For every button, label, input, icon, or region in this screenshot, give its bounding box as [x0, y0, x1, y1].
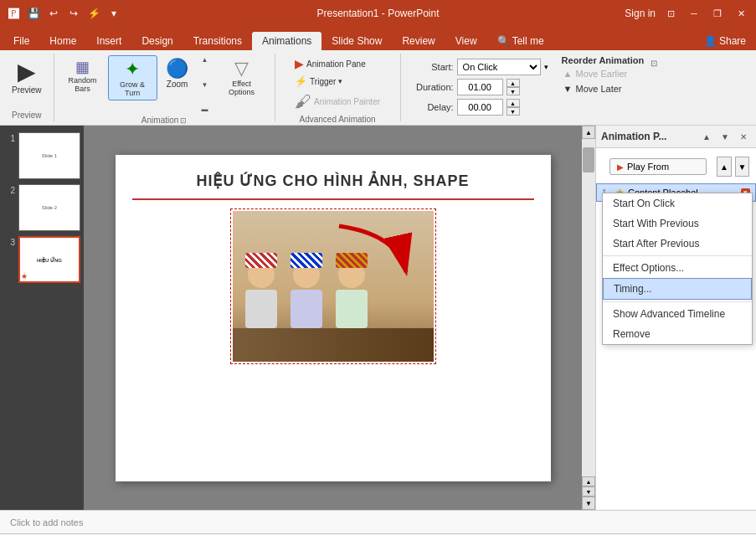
- ctx-remove[interactable]: Remove: [603, 324, 752, 344]
- animation-pane-title: Animation P...: [601, 131, 666, 142]
- anim-scroll-down[interactable]: ▼: [199, 80, 211, 90]
- duration-input[interactable]: [457, 79, 503, 95]
- animation-expand-icon[interactable]: ⊡: [180, 116, 187, 125]
- duration-down[interactable]: ▼: [507, 87, 520, 95]
- minimize-button[interactable]: ─: [686, 5, 702, 22]
- start-select[interactable]: On Click With Previous After Previous: [457, 59, 541, 75]
- animation-pane-button[interactable]: ▶ Animation Pane: [291, 55, 369, 72]
- title-bar-right: Sign in ⊡ ─ ❐ ✕: [625, 5, 749, 22]
- ribbon-group-advanced: ▶ Animation Pane ⚡ Trigger ▾ 🖌 Animation…: [275, 54, 401, 121]
- anim-scroll-up[interactable]: ▲: [199, 55, 211, 64]
- signin-button[interactable]: Sign in: [625, 8, 656, 19]
- scroll-track[interactable]: [582, 139, 595, 476]
- tab-tell-me[interactable]: 🔍 Tell me: [487, 32, 554, 50]
- close-button[interactable]: ✕: [733, 5, 749, 22]
- tab-design[interactable]: Design: [131, 32, 183, 50]
- restore-button[interactable]: ❐: [709, 5, 726, 22]
- slide-num-3: 3: [3, 238, 15, 247]
- slide-thumb-2[interactable]: 2 Slide 2: [3, 184, 80, 231]
- redo-button[interactable]: ↪: [65, 5, 82, 22]
- restore2-button[interactable]: ⊡: [662, 5, 679, 22]
- grow-turn-button[interactable]: ✦ Grow & Turn: [108, 55, 157, 100]
- dropdown-button[interactable]: ▾: [105, 5, 122, 22]
- title-bar: 🅿 💾 ↩ ↪ ⚡ ▾ Presentation1 - PowerPoint S…: [0, 0, 756, 27]
- anim-pane-down-button[interactable]: ▼: [717, 129, 733, 144]
- undo-button[interactable]: ↩: [45, 5, 62, 22]
- baby1-face: [251, 268, 271, 276]
- start-row: Start: On Click With Previous After Prev…: [408, 59, 548, 75]
- animation-pane-controls: ▲ ▼ ✕: [699, 129, 751, 144]
- slide-thumb-img-3[interactable]: HIỆU ỨNG ★: [18, 236, 80, 283]
- delay-input[interactable]: [457, 99, 503, 116]
- advanced-content: ▶ Animation Pane ⚡ Trigger ▾ 🖌 Animation…: [291, 55, 383, 113]
- ctx-timing[interactable]: Timing...: [603, 278, 752, 300]
- pane-nav-up-button[interactable]: ▲: [717, 157, 731, 177]
- trigger-button[interactable]: ⚡ Trigger ▾: [291, 74, 346, 89]
- slide-thumb-3[interactable]: 3 HIỆU ỨNG ★: [3, 236, 80, 283]
- ribbon: ▶ Preview Preview ▦ Random Bars ✦ Grow &…: [0, 50, 756, 126]
- ctx-show-timeline[interactable]: Show Advanced Timeline: [603, 304, 752, 324]
- ribbon-group-animation: ▦ Random Bars ✦ Grow & Turn 🔵 Zoom ▲ ▼ ▬…: [54, 54, 275, 121]
- scroll-arrow-up-btn[interactable]: ▲: [582, 476, 595, 486]
- slide-num-2: 2: [3, 186, 15, 195]
- ctx-start-after-previous[interactable]: Start After Previous: [603, 234, 752, 254]
- zoom-button[interactable]: 🔵 Zoom: [161, 55, 194, 91]
- duration-spinner: ▲ ▼: [507, 79, 520, 95]
- tab-review[interactable]: Review: [392, 32, 445, 50]
- start-dropdown-icon: ▾: [544, 63, 548, 71]
- move-later-button[interactable]: ▼ Move Later: [562, 82, 645, 95]
- random-bars-icon: ▦: [75, 58, 90, 76]
- tab-animations[interactable]: Animations: [252, 32, 321, 50]
- slide-thumb-img-2[interactable]: Slide 2: [18, 184, 80, 231]
- canvas-scrollbar: ▲ ▲ ▼ ▼: [582, 126, 595, 510]
- scroll-down-button[interactable]: ▼: [582, 496, 595, 510]
- timing-expand-button[interactable]: ⊡: [651, 59, 657, 68]
- anim-scroll-more[interactable]: ▬: [199, 105, 211, 114]
- move-earlier-button[interactable]: ▲ Move Earlier: [562, 67, 645, 80]
- share-button[interactable]: 👤 Share: [694, 32, 756, 50]
- delay-down[interactable]: ▼: [507, 107, 520, 116]
- effect-options-button[interactable]: ▽ Effect Options: [216, 55, 268, 99]
- ctx-effect-options[interactable]: Effect Options...: [603, 258, 752, 278]
- slide-thumb-1[interactable]: 1 Slide 1: [3, 132, 80, 179]
- anim-pane-close-button[interactable]: ✕: [736, 129, 751, 144]
- slide-thumb-img-1[interactable]: Slide 1: [18, 132, 80, 179]
- slide-image: [233, 211, 434, 362]
- notes-bar[interactable]: Click to add notes: [0, 510, 756, 533]
- tab-file[interactable]: File: [3, 32, 39, 50]
- notes-placeholder: Click to add notes: [10, 517, 83, 527]
- preview-group-label: Preview: [12, 111, 42, 120]
- slide-image-wrapper[interactable]: 1: [230, 208, 436, 364]
- preview-button[interactable]: ▶ Preview: [7, 55, 47, 97]
- animation-painter-label: Animation Painter: [314, 97, 380, 106]
- canvas-area: HIỆU ỨNG CHO HÌNH ẢNH, SHAPE 1: [84, 126, 582, 510]
- tab-home[interactable]: Home: [39, 32, 86, 50]
- duration-up[interactable]: ▲: [507, 79, 520, 87]
- slide2-preview: Slide 2: [40, 203, 59, 212]
- slide-underline: [132, 198, 534, 200]
- random-bars-button[interactable]: ▦ Random Bars: [61, 55, 105, 95]
- ctx-start-on-click[interactable]: Start On Click: [603, 193, 752, 213]
- customize-button[interactable]: ⚡: [85, 5, 102, 22]
- scroll-thumb[interactable]: [583, 147, 594, 172]
- babies-photo: [233, 211, 434, 362]
- save-button[interactable]: 💾: [25, 5, 42, 22]
- tab-insert[interactable]: Insert: [86, 32, 131, 50]
- animation-painter-button[interactable]: 🖌 Animation Painter: [291, 90, 383, 113]
- scroll-up-button[interactable]: ▲: [582, 126, 595, 139]
- scroll-arrow-down-btn[interactable]: ▼: [582, 486, 595, 496]
- babies-group: [241, 261, 372, 328]
- anim-pane-up-button[interactable]: ▲: [699, 129, 714, 144]
- tab-view[interactable]: View: [445, 32, 487, 50]
- pane-nav-down-button[interactable]: ▼: [735, 157, 749, 177]
- ctx-start-with-previous[interactable]: Start With Previous: [603, 213, 752, 234]
- tab-slideshow[interactable]: Slide Show: [321, 32, 392, 50]
- baby-1: [241, 261, 281, 328]
- baby1-body: [245, 290, 277, 328]
- trigger-dropdown-icon: ▾: [338, 77, 342, 85]
- main-area: 1 Slide 1 2 Slide 2 3 HIỆU ỨNG ★ HIỆU ỨN…: [0, 126, 756, 510]
- play-from-button[interactable]: ▶ Play From: [609, 158, 707, 175]
- tab-transitions[interactable]: Transitions: [183, 32, 252, 50]
- baby1-head: [248, 261, 275, 288]
- delay-up[interactable]: ▲: [507, 99, 520, 107]
